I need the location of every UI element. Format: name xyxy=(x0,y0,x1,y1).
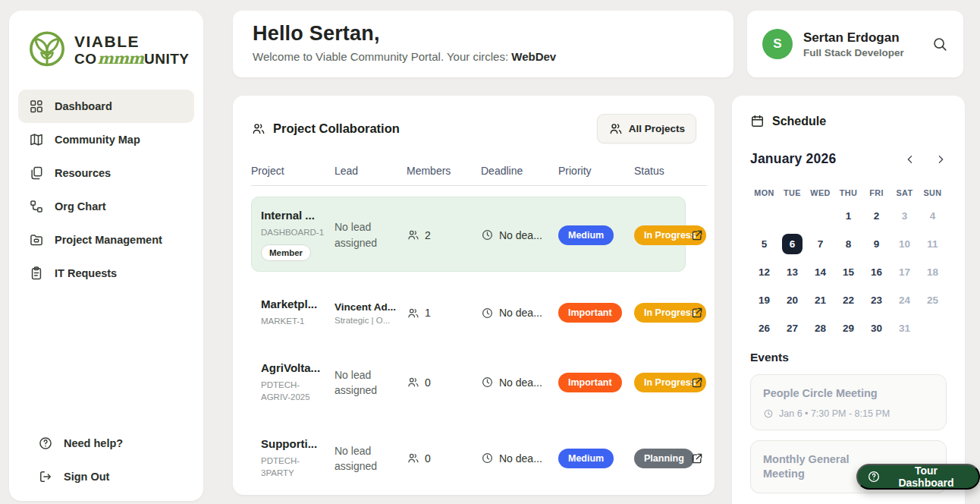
sidebar-item-project-management[interactable]: Project Management xyxy=(18,223,194,257)
project-name: Internal ... xyxy=(261,209,327,223)
sidebar-item-it-requests[interactable]: IT Requests xyxy=(18,257,194,290)
weekday-label: MON xyxy=(750,188,778,197)
sidebar-item-label: IT Requests xyxy=(55,267,117,279)
viable-leaf-logo-icon xyxy=(27,30,67,70)
calendar-day[interactable]: 10 xyxy=(890,233,919,254)
sidebar-item-resources[interactable]: Resources xyxy=(18,156,194,190)
calendar-day[interactable]: 18 xyxy=(919,261,947,282)
event-time: Jan 6 • 7:30 PM - 8:15 PM xyxy=(779,408,890,419)
project-table-row[interactable]: Internal ... DASHBOARD-1 Member No lead … xyxy=(251,197,707,272)
project-name: AgriVolta... xyxy=(261,361,327,376)
calendar-day[interactable]: 5 xyxy=(750,233,778,254)
calendar-day[interactable]: 1 xyxy=(834,205,862,226)
project-table-row[interactable]: Marketpl... MARKET-1 Vincent Ad... Strat… xyxy=(251,291,707,333)
tour-dashboard-button[interactable]: Tour Dashboard xyxy=(856,464,980,490)
external-link-icon[interactable] xyxy=(690,452,704,465)
calendar-day[interactable]: 7 xyxy=(806,233,834,254)
lead-subtitle: Strategic | O... xyxy=(335,316,407,325)
lead-name: Vincent Ad... xyxy=(335,301,407,314)
calendar-day[interactable]: 31 xyxy=(890,317,919,339)
deadline-text: No dea... xyxy=(499,376,542,389)
search-icon[interactable] xyxy=(931,36,948,52)
priority-badge: Medium xyxy=(558,225,614,245)
clock-icon xyxy=(481,376,494,389)
external-link-icon[interactable] xyxy=(690,228,704,242)
calendar-day[interactable]: 15 xyxy=(834,261,862,282)
calendar-day[interactable]: 13 xyxy=(778,261,806,282)
logo-word-viable: VIABLE xyxy=(74,33,190,50)
weekday-label: SUN xyxy=(919,188,947,197)
weekday-label: SAT xyxy=(890,188,919,197)
sidebar-item-label: Resources xyxy=(55,167,111,179)
sidebar-item-sign-out[interactable]: Sign Out xyxy=(27,460,185,493)
calendar-day[interactable]: 4 xyxy=(919,205,947,226)
profile-role: Full Stack Developer xyxy=(803,47,904,58)
sidebar-item-dashboard[interactable]: Dashboard xyxy=(18,90,194,123)
sidebar-item-label: Project Management xyxy=(55,234,162,246)
calendar-day[interactable]: 8 xyxy=(834,233,862,254)
users-icon xyxy=(407,376,419,389)
lead-name: No lead assigned xyxy=(335,443,407,474)
chevron-left-icon[interactable] xyxy=(904,153,916,165)
all-projects-button[interactable]: All Projects xyxy=(597,114,696,143)
calendar-day[interactable]: 19 xyxy=(750,289,778,310)
members-count: 2 xyxy=(425,229,431,241)
calendar-day[interactable]: 3 xyxy=(890,205,919,226)
project-code: DASHBOARD-1 xyxy=(261,226,325,239)
project-name: Marketpl... xyxy=(261,298,327,312)
deadline-text: No dea... xyxy=(499,307,542,319)
project-table-row[interactable]: AgriVolta... PDTECH-AGRIV-2025 No lead a… xyxy=(251,355,707,410)
project-table-row[interactable]: Supporti... PDTECH-3PARTY No lead assign… xyxy=(251,431,707,486)
folder-icon xyxy=(29,232,44,247)
schedule-card: Schedule January 2026 MONTUEWEDTHUFRISAT… xyxy=(732,96,965,504)
weekday-label: THU xyxy=(834,188,862,197)
question-circle-icon xyxy=(867,470,881,484)
external-link-icon[interactable] xyxy=(690,376,704,389)
column-header: Lead xyxy=(335,165,407,177)
members-count: 1 xyxy=(425,307,431,319)
calendar-day[interactable]: 12 xyxy=(750,261,778,282)
lead-name: No lead assigned xyxy=(335,219,407,250)
project-name: Supporti... xyxy=(261,437,327,452)
calendar-day[interactable]: 21 xyxy=(806,289,834,310)
calendar-day[interactable]: 2 xyxy=(862,205,890,226)
calendar-day[interactable]: 17 xyxy=(890,261,919,282)
calendar-day[interactable]: 14 xyxy=(806,261,834,282)
event-card[interactable]: People Circle Meeting Jan 6 • 7:30 PM - … xyxy=(750,374,947,430)
weekday-label: TUE xyxy=(778,188,806,197)
calendar-day[interactable]: 27 xyxy=(778,317,806,339)
chevron-right-icon[interactable] xyxy=(934,153,947,165)
members-count: 0 xyxy=(425,452,431,465)
sidebar-item-community-map[interactable]: Community Map xyxy=(18,123,194,156)
greeting-subtitle: Welcome to Viable Community Portal. Your… xyxy=(253,50,714,63)
calendar-day[interactable]: 23 xyxy=(862,289,890,310)
calendar-day[interactable]: 11 xyxy=(919,233,947,254)
deadline-text: No dea... xyxy=(499,229,542,241)
calendar-day[interactable]: 30 xyxy=(862,317,890,339)
column-header: Priority xyxy=(558,165,634,177)
deadline-text: No dea... xyxy=(499,452,542,465)
sidebar-item-org-chart[interactable]: Org Chart xyxy=(18,190,194,223)
calendar-day[interactable]: 29 xyxy=(834,317,862,339)
calendar-day[interactable]: 22 xyxy=(834,289,862,310)
external-link-icon[interactable] xyxy=(690,306,704,320)
logo-word-community: COmmmUNITY xyxy=(74,50,190,68)
calendar-day[interactable]: 20 xyxy=(778,289,806,310)
logo-script-mmm: mmm xyxy=(97,50,145,67)
calendar-day[interactable]: 26 xyxy=(750,317,778,339)
sidebar-item-label: Org Chart xyxy=(55,200,106,213)
calendar-day[interactable]: 6 xyxy=(778,233,806,254)
calendar-day[interactable]: 24 xyxy=(890,289,919,310)
logo: VIABLE COmmmUNITY xyxy=(9,11,203,77)
calendar-day[interactable]: 16 xyxy=(862,261,890,282)
calendar-day[interactable]: 25 xyxy=(919,289,947,310)
column-header: Project xyxy=(251,165,335,177)
weekday-label: FRI xyxy=(862,188,890,197)
calendar-month-label: January 2026 xyxy=(750,151,836,167)
project-table-body: Internal ... DASHBOARD-1 Member No lead … xyxy=(251,197,707,486)
sidebar-item-need-help[interactable]: Need help? xyxy=(27,427,185,460)
greeting-title: Hello Sertan, xyxy=(253,22,714,46)
calendar-day[interactable]: 9 xyxy=(862,233,890,254)
calendar-day[interactable]: 28 xyxy=(806,317,834,339)
book-icon xyxy=(29,165,44,181)
